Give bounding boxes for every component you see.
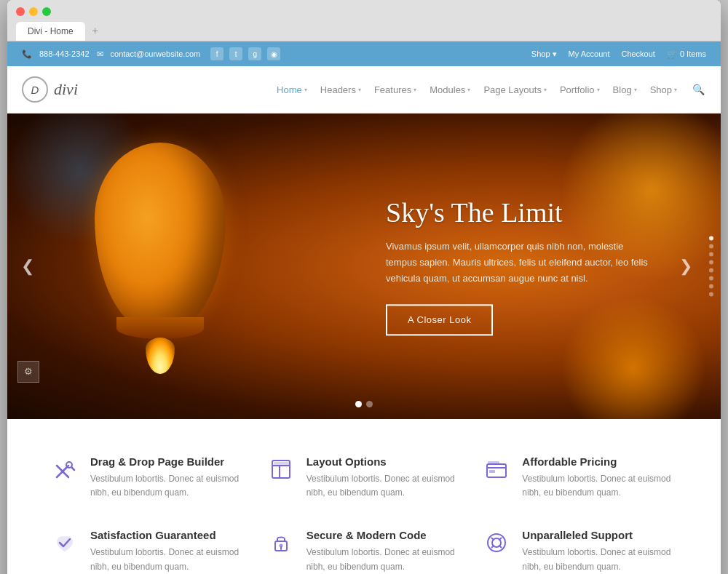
lantern-body bbox=[95, 143, 226, 332]
nav-features[interactable]: Features ▾ bbox=[374, 84, 416, 95]
slider-arrow-right[interactable]: ❯ bbox=[673, 253, 699, 279]
browser-window: Divi - Home + 📞 888-443-2342 ✉ contact@o… bbox=[7, 0, 721, 574]
feature-title-layout: Layout Options bbox=[306, 455, 462, 468]
search-icon[interactable]: 🔍 bbox=[690, 81, 706, 97]
satisfaction-icon bbox=[51, 529, 79, 557]
feature-secure: Secure & Modern Code Vestibulum lobortis… bbox=[267, 529, 462, 573]
top-bar: 📞 888-443-2342 ✉ contact@ourwebsite.com … bbox=[7, 41, 721, 66]
nav-blog[interactable]: Blog ▾ bbox=[613, 84, 637, 95]
nav-portfolio[interactable]: Portfolio ▾ bbox=[560, 84, 600, 95]
feature-drag-drop: Drag & Drop Page Builder Vestibulum lobo… bbox=[51, 455, 245, 500]
cart-icon: 🛒 bbox=[667, 49, 677, 59]
vertical-dots bbox=[709, 236, 713, 297]
hero-subtitle: Vivamus ipsum velit, ullamcorper quis ni… bbox=[386, 239, 648, 287]
svg-line-18 bbox=[499, 538, 502, 541]
googleplus-icon[interactable]: g bbox=[248, 47, 261, 60]
svg-point-15 bbox=[488, 534, 505, 551]
nav-modules[interactable]: Modules ▾ bbox=[430, 84, 470, 95]
rss-icon[interactable]: ◉ bbox=[267, 47, 280, 60]
main-nav: D divi Home ▾ Headers ▾ Features ▾ Modul… bbox=[7, 66, 721, 113]
browser-chrome: Divi - Home + bbox=[7, 0, 721, 41]
svg-line-3 bbox=[71, 467, 74, 470]
feature-title-satisfaction: Satisfaction Guaranteed bbox=[90, 529, 245, 541]
slider-dot-2[interactable] bbox=[366, 401, 373, 407]
v-dot-2[interactable] bbox=[709, 244, 713, 249]
v-dot-5[interactable] bbox=[709, 268, 713, 273]
feature-pricing: Affordable Pricing Vestibulum lobortis. … bbox=[483, 455, 677, 500]
feature-title-drag-drop: Drag & Drop Page Builder bbox=[90, 455, 245, 468]
slider-dot-1[interactable] bbox=[355, 401, 362, 407]
v-dot-4[interactable] bbox=[709, 260, 713, 265]
nav-page-layouts[interactable]: Page Layouts ▾ bbox=[483, 84, 547, 95]
nav-headers[interactable]: Headers ▾ bbox=[320, 84, 361, 95]
svg-rect-11 bbox=[488, 461, 499, 465]
dot-red[interactable] bbox=[16, 7, 25, 16]
hero-content: Sky's The Limit Vivamus ipsum velit, ull… bbox=[386, 196, 648, 335]
feature-desc-drag-drop: Vestibulum lobortis. Donec at euismod ni… bbox=[90, 472, 245, 500]
feature-desc-secure: Vestibulum lobortis. Donec at euismod ni… bbox=[306, 546, 462, 573]
cart-info[interactable]: 🛒 0 Items bbox=[667, 49, 706, 59]
shop-link[interactable]: Shop ▾ bbox=[531, 49, 557, 59]
feature-desc-support: Vestibulum lobortis. Donec at euismod ni… bbox=[522, 546, 677, 573]
phone-number: 888-443-2342 bbox=[39, 49, 90, 58]
lantern-flame bbox=[146, 338, 175, 374]
feature-satisfaction: Satisfaction Guaranteed Vestibulum lobor… bbox=[51, 529, 245, 573]
hero-slider: Sky's The Limit Vivamus ipsum velit, ull… bbox=[7, 113, 721, 419]
drag-drop-icon bbox=[51, 455, 79, 483]
checkout-link[interactable]: Checkout bbox=[621, 49, 654, 58]
phone-icon: 📞 bbox=[22, 49, 32, 59]
v-dot-8[interactable] bbox=[709, 292, 713, 297]
svg-line-19 bbox=[492, 546, 494, 548]
nav-menu: Home ▾ Headers ▾ Features ▾ Modules ▾ Pa… bbox=[277, 81, 706, 97]
feature-title-secure: Secure & Modern Code bbox=[306, 529, 462, 541]
layout-icon bbox=[267, 455, 295, 483]
dot-green[interactable] bbox=[42, 7, 51, 16]
v-dot-6[interactable] bbox=[709, 276, 713, 281]
logo[interactable]: D divi bbox=[22, 76, 78, 103]
email-address: contact@ourwebsite.com bbox=[111, 49, 201, 58]
feature-desc-layout: Vestibulum lobortis. Donec at euismod ni… bbox=[306, 472, 462, 500]
hero-title: Sky's The Limit bbox=[386, 196, 648, 228]
email-icon: ✉ bbox=[97, 49, 103, 59]
slider-arrow-left[interactable]: ❮ bbox=[15, 253, 41, 279]
nav-shop[interactable]: Shop ▾ bbox=[650, 84, 677, 95]
hero-cta-button[interactable]: A Closer Look bbox=[386, 305, 493, 336]
slider-settings-icon[interactable]: ⚙ bbox=[17, 361, 39, 383]
nav-home[interactable]: Home ▾ bbox=[277, 84, 307, 95]
feature-title-support: Unparalleled Support bbox=[522, 529, 677, 541]
support-icon bbox=[483, 529, 510, 557]
svg-rect-10 bbox=[489, 470, 495, 473]
svg-rect-7 bbox=[274, 462, 290, 465]
svg-line-20 bbox=[499, 546, 502, 548]
features-section: Drag & Drop Page Builder Vestibulum lobo… bbox=[7, 419, 721, 574]
feature-support: Unparalleled Support Vestibulum lobortis… bbox=[483, 529, 677, 573]
slider-dots bbox=[355, 401, 373, 407]
v-dot-3[interactable] bbox=[709, 252, 713, 257]
feature-desc-satisfaction: Vestibulum lobortis. Donec at euismod ni… bbox=[90, 546, 245, 573]
v-dot-1[interactable] bbox=[709, 236, 713, 241]
browser-tab[interactable]: Divi - Home bbox=[16, 22, 85, 41]
v-dot-7[interactable] bbox=[709, 284, 713, 289]
feature-title-pricing: Affordable Pricing bbox=[522, 455, 677, 468]
svg-line-17 bbox=[492, 538, 494, 541]
logo-circle: D bbox=[22, 76, 48, 103]
dot-yellow[interactable] bbox=[29, 7, 38, 16]
pricing-icon bbox=[483, 455, 510, 483]
add-tab-button[interactable]: + bbox=[88, 24, 103, 39]
lantern bbox=[80, 143, 240, 390]
lantern-bottom bbox=[116, 317, 204, 339]
facebook-icon[interactable]: f bbox=[210, 47, 223, 60]
logo-text: divi bbox=[54, 80, 78, 99]
feature-layout: Layout Options Vestibulum lobortis. Done… bbox=[267, 455, 462, 500]
secure-icon bbox=[267, 529, 295, 557]
cart-label: 0 Items bbox=[680, 49, 706, 58]
my-account-link[interactable]: My Account bbox=[569, 49, 610, 58]
feature-desc-pricing: Vestibulum lobortis. Donec at euismod ni… bbox=[522, 472, 677, 500]
twitter-icon[interactable]: t bbox=[229, 47, 242, 60]
